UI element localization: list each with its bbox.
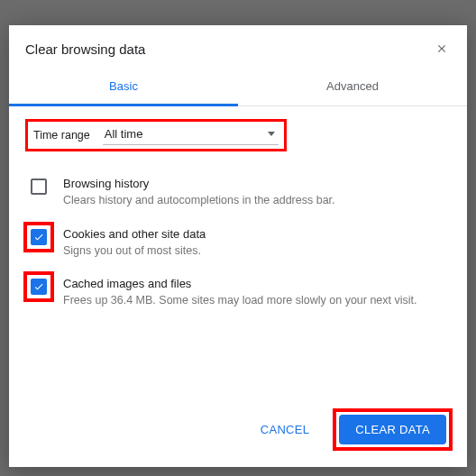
close-icon (435, 42, 448, 55)
option-checkbox[interactable] (31, 279, 47, 295)
checkbox-wrap (29, 227, 49, 247)
dialog-title: Clear browsing data (25, 41, 145, 57)
checkbox-wrap (29, 277, 49, 297)
option-checkbox[interactable] (31, 229, 47, 245)
cancel-button[interactable]: CANCEL (244, 415, 326, 444)
option-title: Browsing history (63, 177, 447, 190)
check-icon (33, 281, 44, 292)
options-list: Browsing historyClears history and autoc… (25, 168, 451, 318)
clear-browsing-data-dialog: Clear browsing data Basic Advanced Time … (9, 25, 467, 467)
option-title: Cached images and files (63, 277, 447, 290)
option-text: Browsing historyClears history and autoc… (63, 177, 447, 209)
option-row: Browsing historyClears history and autoc… (25, 168, 451, 218)
option-text: Cookies and other site dataSigns you out… (63, 227, 447, 260)
close-button[interactable] (433, 40, 451, 58)
clear-data-button[interactable]: CLEAR DATA (339, 415, 446, 444)
option-desc: Clears history and autocompletions in th… (63, 193, 447, 209)
tabs: Basic Advanced (9, 69, 467, 106)
tab-advanced[interactable]: Advanced (238, 69, 467, 105)
option-text: Cached images and filesFrees up 36.4 MB.… (63, 277, 447, 309)
time-range-label: Time range (33, 129, 90, 142)
option-desc: Frees up 36.4 MB. Some sites may load mo… (63, 293, 447, 309)
checkbox-wrap (29, 177, 49, 197)
dialog-header: Clear browsing data (9, 25, 467, 69)
dialog-content: Time range All time Browsing historyClea… (9, 106, 467, 398)
option-checkbox[interactable] (31, 178, 47, 195)
option-title: Cookies and other site data (63, 227, 447, 241)
option-row: Cookies and other site dataSigns you out… (25, 218, 451, 269)
dialog-footer: CANCEL CLEAR DATA (9, 398, 467, 467)
time-range-select[interactable]: All time (103, 125, 279, 145)
clear-data-highlight: CLEAR DATA (333, 408, 453, 451)
option-row: Cached images and filesFrees up 36.4 MB.… (25, 268, 451, 318)
time-range-highlight: Time range All time (25, 119, 287, 151)
tab-basic[interactable]: Basic (9, 69, 238, 105)
check-icon (33, 232, 44, 243)
chevron-down-icon (268, 132, 275, 136)
option-desc: Signs you out of most sites. (63, 243, 447, 260)
time-range-value: All time (105, 127, 143, 141)
